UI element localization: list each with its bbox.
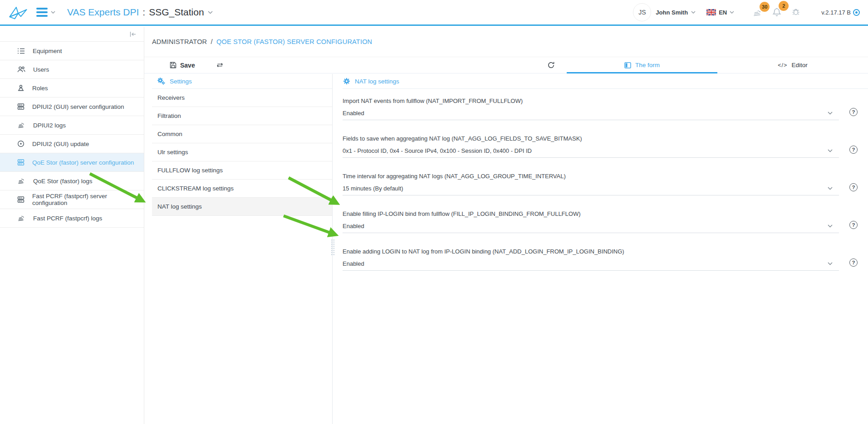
submenu-item-ulr-settings[interactable]: Ulr settings	[152, 143, 332, 161]
chevron-down-icon	[828, 262, 833, 265]
breadcrumb-page-link[interactable]: QOE STOR (FASTOR) SERVER CONFIGURATION	[216, 38, 372, 45]
submenu-item-receivers[interactable]: Receivers	[152, 89, 332, 107]
version-info: v.2.17.17 B	[821, 9, 860, 16]
status-dot-icon[interactable]	[853, 9, 860, 16]
reset-defaults-button[interactable]	[216, 62, 224, 68]
settings-form: Import NAT events from fullflow (NAT_IMP…	[343, 89, 868, 271]
collapse-left-icon	[129, 31, 137, 37]
server-icon	[17, 196, 25, 203]
sidebar-collapse-button[interactable]	[129, 31, 137, 37]
field-select[interactable]: Enabled	[343, 257, 839, 271]
field-value: Enabled	[343, 260, 364, 267]
submenu-item-label: Common	[157, 131, 182, 137]
logs-icon	[17, 214, 25, 222]
floppy-save-icon	[170, 62, 177, 68]
users-icon	[17, 66, 25, 73]
notifications-badge: 2	[779, 1, 789, 11]
sidebar-item-roles[interactable]: Roles	[0, 79, 144, 97]
sidebar-item-fast-pcrf-logs[interactable]: Fast PCRF (fastpcrf) logs	[0, 209, 144, 228]
submenu-item-label: NAT log settings	[157, 203, 202, 210]
breadcrumb-divider: /	[211, 38, 213, 45]
field-value: Enabled	[343, 223, 364, 229]
sidebar-item-equipment[interactable]: Equipment	[0, 42, 144, 60]
submenu-item-label: Filtration	[157, 112, 181, 119]
submenu-item-nat-log-settings[interactable]: NAT log settings	[152, 198, 332, 216]
save-label: Save	[180, 62, 195, 69]
top-header: VAS Experts DPI : SSG_Station JS John Sm…	[0, 0, 868, 26]
sidebar-item-label: Fast PCRF (fastpcrf) server configuratio…	[32, 193, 144, 206]
reports-button[interactable]: 30	[752, 8, 762, 17]
field-fill-ip-login-binding-from-fullflow: Enable filling IP-LOGIN bind from fullfl…	[343, 205, 868, 233]
station-selector[interactable]: SSG_Station	[149, 7, 204, 18]
field-nat-agg-log-group-time-interval: Time interval for aggregating NAT logs (…	[343, 167, 868, 195]
hamburger-icon	[36, 8, 48, 17]
gear-icon	[343, 78, 350, 85]
field-select[interactable]: Enabled	[343, 219, 839, 233]
field-label: Fields to save when aggregating NAT log …	[343, 130, 839, 142]
panel-header: NAT log settings	[343, 74, 868, 89]
sidebar-item-dpiui2-logs[interactable]: DPIUI2 logs	[0, 116, 144, 135]
roles-icon	[17, 84, 25, 92]
help-icon[interactable]: ?	[849, 146, 858, 154]
bug-icon	[791, 8, 800, 17]
sidebar-item-label: Fast PCRF (fastpcrf) logs	[33, 215, 102, 222]
sidebar-item-qoe-stor-server-configuration[interactable]: QoE Stor (fastor) server configuration	[0, 153, 144, 172]
field-select[interactable]: 15 minutes (By default)	[343, 182, 839, 195]
tab-label: Editor	[791, 62, 807, 68]
help-icon[interactable]: ?	[849, 258, 858, 267]
panel-splitter-handle[interactable]	[331, 239, 335, 255]
field-label: Enable adding LOGIN to NAT log from IP-L…	[343, 243, 839, 255]
app-window: VAS Experts DPI : SSG_Station JS John Sm…	[0, 0, 868, 424]
toolbar: Save The form	[144, 57, 868, 73]
help-icon[interactable]: ?	[849, 221, 858, 229]
field-select[interactable]: Enabled	[343, 107, 839, 120]
submenu-item-filtration[interactable]: Filtration	[152, 107, 332, 125]
sidebar-item-dpiui2-server-configuration[interactable]: DPIUI2 (GUI) server configuration	[0, 97, 144, 116]
tab-label: The form	[635, 62, 660, 68]
debug-button[interactable]	[791, 8, 800, 17]
field-nat-agg-log-fields-to-save-bitmask: Fields to save when aggregating NAT log …	[343, 130, 868, 158]
language-selector[interactable]: EN	[706, 9, 734, 16]
tab-the-form[interactable]: The form	[567, 57, 717, 73]
help-icon[interactable]: ?	[849, 183, 858, 191]
submenu-header: Settings	[152, 74, 332, 89]
field-value: 0x1 - Protocol ID, 0x4 - Source IPv4, 0x…	[343, 147, 532, 154]
field-label: Import NAT events from fullflow (NAT_IMP…	[343, 92, 839, 104]
active-tab-underline	[567, 72, 717, 73]
help-icon[interactable]: ?	[849, 108, 858, 116]
submenu-item-clickstream-log-settings[interactable]: CLICKSTREAM log settings	[152, 180, 332, 198]
list-icon	[17, 47, 25, 55]
form-icon	[624, 62, 631, 68]
submenu-item-label: Receivers	[157, 94, 185, 101]
submenu-item-label: FULLFLOW log settings	[157, 167, 223, 174]
sidebar-item-label: DPIUI2 logs	[33, 122, 66, 129]
language-code: EN	[719, 9, 727, 16]
refresh-button[interactable]	[547, 61, 555, 69]
save-button[interactable]: Save	[170, 62, 195, 69]
sidebar-item-users[interactable]: Users	[0, 60, 144, 79]
submenu-item-common[interactable]: Common	[152, 125, 332, 143]
avatar[interactable]: JS	[633, 3, 651, 21]
settings-submenu: Settings Receivers Filtration Common Ulr…	[152, 74, 333, 424]
repeat-icon	[216, 62, 224, 68]
chevron-down-icon	[828, 187, 833, 190]
sidebar-item-qoe-stor-logs[interactable]: QoE Stor (fastor) logs	[0, 172, 144, 190]
sidebar-item-label: Equipment	[33, 48, 62, 54]
sidebar-item-dpiui2-update[interactable]: DPIUI2 (GUI) update	[0, 135, 144, 153]
version-label: v.2.17.17 B	[821, 9, 851, 16]
title-separator: :	[142, 7, 145, 18]
main-menu-button[interactable]	[36, 8, 55, 17]
nat-log-settings-panel: NAT log settings Import NAT events from …	[333, 74, 868, 424]
field-select[interactable]: 0x1 - Protocol ID, 0x4 - Source IPv4, 0x…	[343, 144, 839, 158]
field-nat-import-from-fullflow: Import NAT events from fullflow (NAT_IMP…	[343, 92, 868, 120]
user-menu[interactable]: John Smith	[656, 9, 696, 16]
uk-flag-icon	[706, 9, 716, 15]
field-label: Time interval for aggregating NAT logs (…	[343, 167, 839, 180]
sidebar-item-fast-pcrf-server-configuration[interactable]: Fast PCRF (fastpcrf) server configuratio…	[0, 190, 144, 209]
sidebar: Equipment Users Roles DPIUI2 (GUI) serve…	[0, 27, 144, 424]
tab-editor[interactable]: </> Editor	[717, 57, 868, 73]
submenu-item-fullflow-log-settings[interactable]: FULLFLOW log settings	[152, 161, 332, 180]
chevron-down-icon	[208, 11, 213, 14]
notifications-button[interactable]: 2	[772, 7, 781, 17]
chevron-down-icon	[828, 224, 833, 228]
